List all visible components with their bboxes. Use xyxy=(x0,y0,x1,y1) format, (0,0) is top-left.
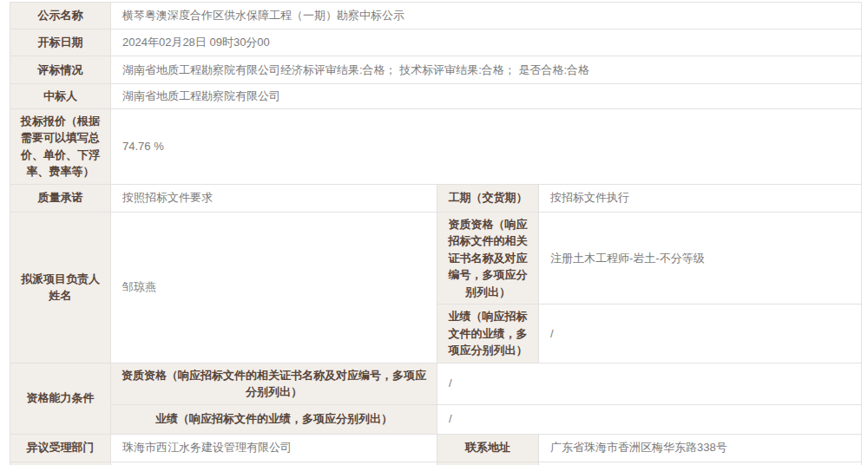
bid-price-label: 投标报价（根据需要可以填写总价、单价、下浮率、费率等） xyxy=(10,108,111,184)
manager-performance-label: 业绩（响应招标文件的业绩，多项应分别列出） xyxy=(437,305,539,363)
table-row: 业绩（响应招标文件的业绩，多项应分别列出） / xyxy=(10,404,862,434)
table-row: 异议受理部门联系人 江诗雨、李锐汪琳 联系电话 13543854322 xyxy=(10,462,862,465)
winner-value: 湖南省地质工程勘察院有限公司 xyxy=(111,84,862,109)
evaluation-value: 湖南省地质工程勘察院有限公司经济标评审结果:合格； 技术标评审结果:合格； 是否… xyxy=(111,56,862,84)
contact-phone1-label: 联系电话 xyxy=(437,462,539,465)
contact-address-value: 广东省珠海市香洲区梅华东路338号 xyxy=(539,434,862,462)
evaluation-label: 评标情况 xyxy=(10,56,111,84)
manager-qualification-label: 资质资格（响应招标文件的相关证书名称及对应编号，多项应分别列出） xyxy=(437,212,539,305)
manager-label: 拟派项目负责人姓名 xyxy=(10,212,111,363)
capability-label: 资格能力条件 xyxy=(10,363,111,434)
table-row: 投标报价（根据需要可以填写总价、单价、下浮率、费率等） 74.76 % xyxy=(10,108,862,184)
table-row: 开标日期 2024年02月28日 09时30分00 xyxy=(10,29,862,56)
capability-qualification-label: 资质资格（响应招标文件的相关证书名称及对应编号，多项应分别列出） xyxy=(111,363,437,404)
contact-phone1-value: 13543854322 xyxy=(539,462,862,465)
objection-dept-label: 异议受理部门 xyxy=(10,434,111,462)
objection-contact-label: 异议受理部门联系人 xyxy=(10,462,111,465)
duration-value: 按招标文件执行 xyxy=(539,184,862,212)
table-row: 资格能力条件 资质资格（响应招标文件的相关证书名称及对应编号，多项应分别列出） … xyxy=(10,363,862,404)
manager-value: 邹琼燕 xyxy=(111,212,437,363)
table-row: 中标人 湖南省地质工程勘察院有限公司 xyxy=(10,84,862,109)
quality-label: 质量承诺 xyxy=(10,184,111,212)
quality-value: 按照招标文件要求 xyxy=(111,184,437,212)
manager-performance-value: / xyxy=(539,305,862,363)
table-row: 拟派项目负责人姓名 邹琼燕 资质资格（响应招标文件的相关证书名称及对应编号，多项… xyxy=(10,212,862,305)
winner-label: 中标人 xyxy=(10,84,111,109)
capability-qualification-value: / xyxy=(437,363,862,404)
bid-price-value: 74.76 % xyxy=(111,108,862,184)
manager-qualification-value: 注册土木工程师-岩土-不分等级 xyxy=(539,212,862,305)
contact-address-label: 联系地址 xyxy=(437,434,539,462)
notice-name-value: 横琴粤澳深度合作区供水保障工程（一期）勘察中标公示 xyxy=(111,3,862,29)
duration-label: 工期（交货期） xyxy=(437,184,539,212)
table-row: 评标情况 湖南省地质工程勘察院有限公司经济标评审结果:合格； 技术标评审结果:合… xyxy=(10,56,862,84)
open-date-value: 2024年02月28日 09时30分00 xyxy=(111,29,862,56)
open-date-label: 开标日期 xyxy=(10,29,111,56)
notice-name-label: 公示名称 xyxy=(10,3,111,29)
bid-award-notice-table: 公示名称 横琴粤澳深度合作区供水保障工程（一期）勘察中标公示 开标日期 2024… xyxy=(10,2,862,465)
capability-performance-value: / xyxy=(437,404,862,434)
capability-performance-label: 业绩（响应招标文件的业绩，多项应分别列出） xyxy=(111,404,437,434)
objection-contact-value: 江诗雨、李锐汪琳 xyxy=(111,462,437,465)
table-row: 异议受理部门 珠海市西江水务建设管理有限公司 联系地址 广东省珠海市香洲区梅华东… xyxy=(10,434,862,462)
objection-dept-value: 珠海市西江水务建设管理有限公司 xyxy=(111,434,437,462)
bid-award-notice-page: 公示名称 横琴粤澳深度合作区供水保障工程（一期）勘察中标公示 开标日期 2024… xyxy=(0,0,868,465)
table-row: 公示名称 横琴粤澳深度合作区供水保障工程（一期）勘察中标公示 xyxy=(10,3,862,29)
table-row: 质量承诺 按照招标文件要求 工期（交货期） 按招标文件执行 xyxy=(10,184,862,212)
